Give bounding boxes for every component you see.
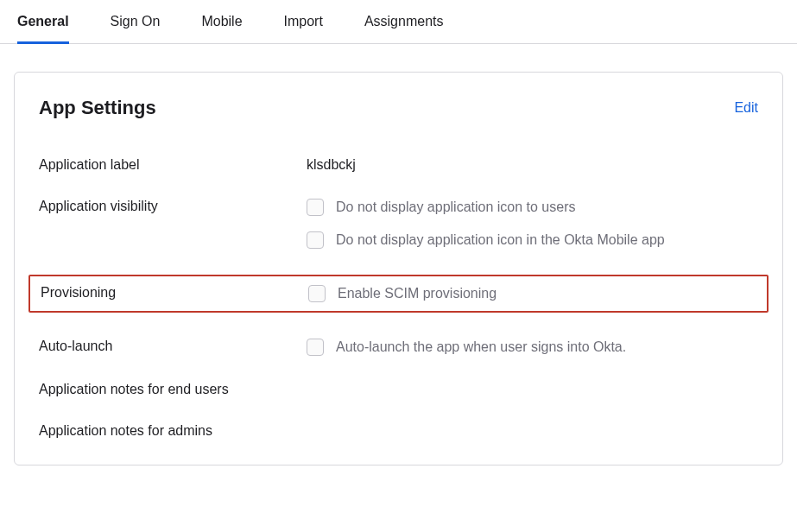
checkbox-hide-icon-users[interactable]	[307, 199, 324, 216]
checkbox-enable-scim[interactable]	[308, 285, 326, 302]
options-auto-launch: Auto-launch the app when user signs into…	[307, 339, 758, 356]
row-provisioning: Provisioning Enable SCIM provisioning	[41, 285, 756, 302]
label-notes-end-users: Application notes for end users	[39, 382, 307, 397]
row-notes-admins: Application notes for admins	[39, 423, 758, 439]
tabs-bar: General Sign On Mobile Import Assignment…	[0, 0, 797, 44]
label-notes-admins: Application notes for admins	[39, 423, 307, 439]
option-hide-icon-mobile: Do not display application icon in the O…	[307, 231, 758, 249]
option-enable-scim: Enable SCIM provisioning	[308, 285, 756, 302]
label-auto-launch: Auto-launch	[39, 339, 307, 354]
card-header: App Settings Edit	[39, 97, 758, 119]
option-hide-icon-users: Do not display application icon to users	[307, 199, 758, 216]
label-application-label: Application label	[39, 157, 307, 173]
options-provisioning: Enable SCIM provisioning	[308, 285, 756, 302]
label-provisioning: Provisioning	[41, 285, 308, 301]
row-application-label: Application label klsdbckj	[39, 157, 758, 173]
app-settings-card: App Settings Edit Application label klsd…	[14, 72, 783, 466]
tab-sign-on[interactable]: Sign On	[111, 0, 161, 44]
tab-assignments[interactable]: Assignments	[364, 0, 444, 44]
tab-import[interactable]: Import	[284, 0, 323, 44]
label-application-visibility: Application visibility	[39, 199, 307, 214]
row-application-visibility: Application visibility Do not display ap…	[39, 199, 758, 249]
row-auto-launch: Auto-launch Auto-launch the app when use…	[39, 339, 758, 356]
checkbox-auto-launch[interactable]	[307, 339, 324, 356]
row-notes-end-users: Application notes for end users	[39, 382, 758, 397]
card-title: App Settings	[39, 97, 156, 119]
option-label: Auto-launch the app when user signs into…	[336, 339, 626, 355]
edit-button[interactable]: Edit	[734, 100, 758, 116]
option-label: Enable SCIM provisioning	[338, 286, 497, 301]
options-application-visibility: Do not display application icon to users…	[307, 199, 758, 249]
option-label: Do not display application icon to users	[336, 200, 576, 215]
highlight-provisioning: Provisioning Enable SCIM provisioning	[28, 275, 769, 313]
tab-mobile[interactable]: Mobile	[201, 0, 242, 44]
option-label: Do not display application icon in the O…	[336, 232, 665, 248]
option-auto-launch: Auto-launch the app when user signs into…	[307, 339, 758, 356]
value-application-label: klsdbckj	[307, 157, 356, 173]
checkbox-hide-icon-mobile[interactable]	[307, 231, 324, 249]
tab-general[interactable]: General	[17, 0, 69, 44]
